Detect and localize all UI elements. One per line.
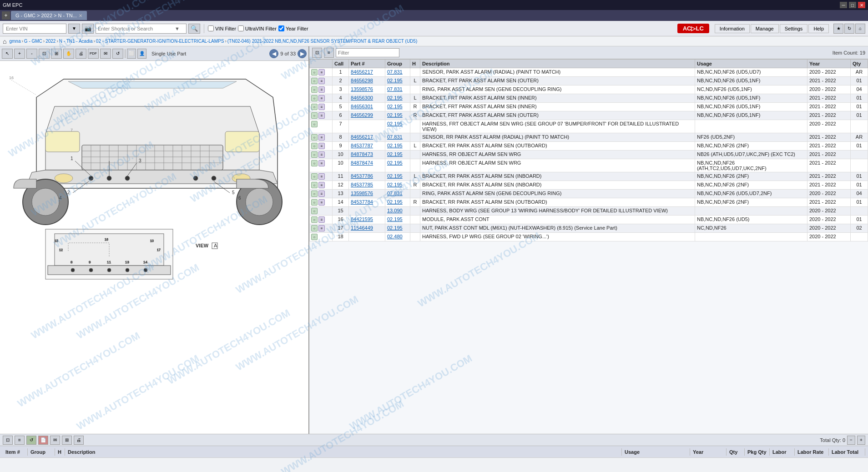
row-circle-icon[interactable]: ○ [311, 121, 318, 127]
email-button[interactable]: ✉ [100, 49, 111, 59]
person-button[interactable]: 👤 [137, 49, 146, 59]
cell-part-number[interactable]: 84537786 [351, 173, 373, 179]
cell-group-number[interactable]: 02.480 [387, 234, 403, 239]
breadcrumb-0[interactable]: gmna [9, 39, 20, 44]
cell-group-number[interactable]: 02.195 [387, 199, 403, 205]
row-detail-icon[interactable]: ≡ [318, 86, 325, 93]
search-input[interactable] [96, 25, 173, 32]
row-detail-icon[interactable]: ≡ [318, 182, 325, 188]
title-bar-controls[interactable]: ─ □ ✕ [840, 2, 865, 8]
parts-view-2[interactable]: ≡ [324, 48, 334, 58]
row-detail-icon[interactable]: ≡ [318, 216, 325, 223]
row-circle-icon[interactable]: ○ [311, 151, 318, 158]
cell-part-number[interactable]: 84656217 [351, 69, 373, 75]
cell-group-number[interactable]: 02.195 [387, 112, 403, 118]
cell-group-number[interactable]: 02.195 [387, 182, 403, 187]
cell-part-number[interactable]: 84656300 [351, 95, 373, 100]
search-dropdown-icon[interactable]: ▼ [173, 26, 181, 31]
favorites-button[interactable]: ★ [833, 24, 843, 34]
cell-group-number[interactable]: 02.195 [387, 173, 403, 179]
cell-group-number[interactable]: 02.195 [387, 151, 403, 157]
parts-view-1[interactable]: ⊡ [312, 48, 322, 58]
breadcrumb-3[interactable]: N - TN1 - Acadia [59, 39, 93, 44]
cell-part-number[interactable]: 13598576 [351, 191, 373, 196]
row-detail-icon[interactable]: ≡ [318, 143, 325, 149]
breadcrumb-5[interactable]: (TN02-046) 2021-2022 NB,NC,ND,NF26 SENSO… [227, 39, 418, 44]
vin-filter-label[interactable]: VIN Filter [208, 25, 236, 31]
expand-button[interactable]: ⬜ [127, 49, 136, 59]
row-detail-icon[interactable]: ≡ [318, 112, 325, 119]
cell-part-number[interactable]: 84656217 [351, 134, 373, 140]
bottom-btn-6[interactable]: ⊞ [62, 436, 72, 445]
minimize-button[interactable]: ─ [840, 2, 847, 8]
manage-button[interactable]: Manage [751, 24, 779, 33]
tab-main[interactable]: G - GMC > 2022 > N - TN... ✕ [11, 11, 87, 20]
pan-button[interactable]: ✋ [63, 49, 74, 59]
row-circle-icon[interactable]: ○ [311, 216, 318, 223]
row-circle-icon[interactable]: ○ [311, 208, 318, 214]
cell-group-number[interactable]: 07.831 [387, 134, 403, 140]
row-detail-icon[interactable]: ≡ [318, 199, 325, 206]
ultravin-filter-checkbox[interactable] [238, 25, 244, 31]
breadcrumb-1[interactable]: G - GMC [24, 39, 42, 44]
cell-part-number[interactable]: 84878473 [351, 151, 373, 157]
vin-input[interactable] [3, 24, 66, 34]
refresh-button[interactable]: ↻ [844, 24, 854, 34]
row-detail-icon[interactable]: ≡ [318, 191, 325, 197]
grid-button[interactable]: ⊞ [51, 49, 62, 59]
zoom-out-button[interactable]: - [26, 49, 37, 59]
row-circle-icon[interactable]: ○ [311, 199, 318, 206]
row-circle-icon[interactable]: ○ [311, 173, 318, 180]
settings-button[interactable]: Settings [780, 24, 808, 33]
row-circle-icon[interactable]: ○ [311, 234, 318, 240]
cell-part-number[interactable]: 84656298 [351, 78, 373, 83]
row-circle-icon[interactable]: ○ [311, 160, 318, 166]
cell-group-number[interactable]: 07.831 [387, 69, 403, 75]
camera-button[interactable]: 📷 [82, 24, 94, 34]
cell-part-number[interactable]: 11546449 [351, 225, 373, 231]
print-button[interactable]: 🖨 [76, 49, 86, 59]
row-circle-icon[interactable]: ○ [311, 143, 318, 149]
row-circle-icon[interactable]: ○ [311, 104, 318, 110]
new-tab-button[interactable]: + [2, 11, 10, 20]
breadcrumb-2[interactable]: 2022 [45, 39, 56, 44]
breadcrumb-home-icon[interactable]: ⌂ [3, 38, 6, 45]
cell-part-number[interactable]: 84656299 [351, 112, 373, 118]
plus-button[interactable]: + [857, 436, 865, 445]
home-button[interactable]: ⌂ [855, 24, 865, 34]
year-filter-checkbox[interactable] [278, 25, 284, 31]
maximize-button[interactable]: □ [849, 2, 856, 8]
cell-group-number[interactable]: 02.195 [387, 143, 403, 148]
row-detail-icon[interactable]: ≡ [318, 69, 325, 75]
row-circle-icon[interactable]: ○ [311, 182, 318, 188]
row-circle-icon[interactable]: ○ [311, 225, 318, 231]
row-circle-icon[interactable]: ○ [311, 69, 318, 75]
row-detail-icon[interactable]: ≡ [318, 134, 325, 141]
cell-group-number[interactable]: 02.195 [387, 121, 403, 126]
information-button[interactable]: Information [715, 24, 750, 33]
cell-group-number[interactable]: 02.195 [387, 95, 403, 100]
bottom-btn-7[interactable]: 🖨 [74, 436, 84, 445]
row-circle-icon[interactable]: ○ [311, 78, 318, 84]
close-button[interactable]: ✕ [858, 2, 865, 8]
cell-group-number[interactable]: 02.195 [387, 160, 403, 166]
row-circle-icon[interactable]: ○ [311, 191, 318, 197]
zoom-in-button[interactable]: + [14, 49, 25, 59]
cell-part-number[interactable]: 84537785 [351, 182, 373, 187]
row-detail-icon[interactable]: ≡ [318, 225, 325, 231]
cell-group-number[interactable]: 02.195 [387, 225, 403, 231]
bottom-btn-4[interactable]: 📄 [38, 436, 48, 445]
row-circle-icon[interactable]: ○ [311, 95, 318, 101]
row-detail-icon[interactable]: ≡ [318, 78, 325, 84]
bottom-btn-5[interactable]: ✉ [50, 436, 60, 445]
cell-group-number[interactable]: 07.831 [387, 191, 403, 196]
cell-part-number[interactable]: 13598576 [351, 86, 373, 92]
tool1-button[interactable]: ↺ [112, 49, 123, 59]
cell-group-number[interactable]: 02.195 [387, 104, 403, 109]
select-tool-button[interactable]: ↖ [2, 49, 13, 59]
breadcrumb-4[interactable]: 02 - STARTER-GENERATOR-IGNITION-ELECTRIC… [96, 39, 224, 44]
row-detail-icon[interactable]: ≡ [318, 160, 325, 166]
help-button[interactable]: Help [808, 24, 829, 33]
cell-group-number[interactable]: 02.195 [387, 216, 403, 222]
row-detail-icon[interactable]: ≡ [318, 173, 325, 180]
